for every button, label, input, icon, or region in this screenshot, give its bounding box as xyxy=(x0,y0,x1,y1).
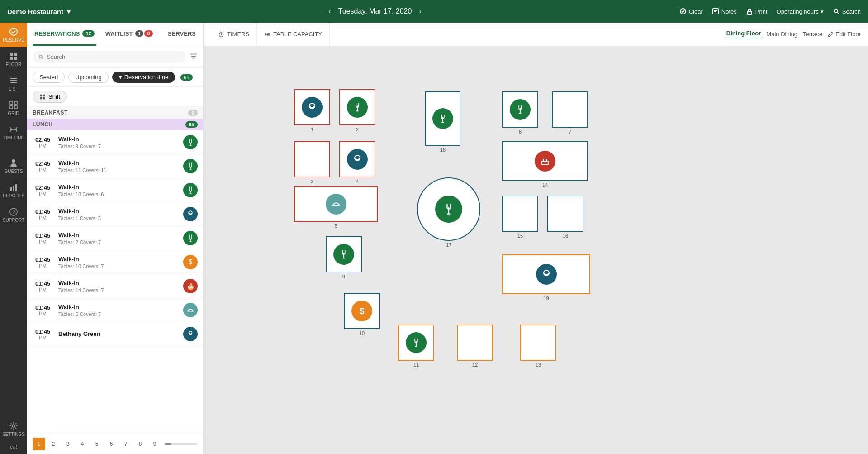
svg-point-36 xyxy=(543,159,544,160)
tab-table-capacity[interactable]: TABLE CAPACITY xyxy=(257,23,330,46)
floor-terrace[interactable]: Terrace xyxy=(803,31,822,38)
sidebar-item-list[interactable]: LIST xyxy=(0,72,27,96)
table-row[interactable]: 01:45 PM Bethany Green xyxy=(27,322,203,346)
tab-reservations[interactable]: RESERVATIONS 12 xyxy=(33,23,96,46)
page-btn-6[interactable]: 6 xyxy=(105,438,118,450)
search-button[interactable]: Search xyxy=(833,8,861,15)
operating-hours-button[interactable]: Operating hours ▾ xyxy=(777,8,824,15)
res-icon xyxy=(183,303,198,317)
sidebar-item-floor[interactable]: FLOOR xyxy=(0,47,27,72)
table-7[interactable]: 7 xyxy=(552,91,588,134)
chip-upcoming[interactable]: Upcoming xyxy=(68,72,109,83)
table-row[interactable]: 02:45 PM Walk-in Tables: 11 Covers: 11 xyxy=(27,154,203,178)
res-icon xyxy=(183,135,198,149)
table-row[interactable]: 01:45 PM Walk-in Tables: 14 Covers: 7 🎂 xyxy=(27,274,203,298)
shift-button[interactable]: Shift xyxy=(33,91,67,103)
sidebar-item-reports[interactable]: REPORTS xyxy=(0,178,27,203)
waitlist-badge-num: 1 xyxy=(135,30,143,37)
top-bar: Demo Restaurant ▾ ‹ Tuesday, Mar 17, 202… xyxy=(0,0,868,23)
restaurant-selector[interactable]: Demo Restaurant ▾ xyxy=(7,7,71,16)
res-time: 01:45 PM xyxy=(33,232,53,244)
section-breakfast: BREAKFAST 0 xyxy=(27,107,203,119)
pagination: 1 2 3 4 5 6 7 8 9 xyxy=(27,434,203,454)
table-10[interactable]: $ 10 xyxy=(344,293,380,336)
table-row[interactable]: 02:45 PM Walk-in Tables: 9 Covers: 7 xyxy=(27,130,203,154)
page-btn-5[interactable]: 5 xyxy=(90,438,103,450)
sidebar-label-reports: REPORTS xyxy=(3,193,24,198)
restaurant-name: Demo Restaurant xyxy=(7,8,63,15)
res-time: 01:45 PM xyxy=(33,280,53,292)
table-11[interactable]: 11 xyxy=(398,325,434,368)
sidebar-item-guests[interactable]: GUESTS xyxy=(0,154,27,178)
main-layout: RESERVE FLOOR LIST GRID TIMELINE GUESTS … xyxy=(0,23,868,454)
res-details: Walk-in Tables: 18 Covers: 6 xyxy=(58,184,178,197)
search-input-wrap[interactable] xyxy=(33,51,186,63)
table-15[interactable]: 15 xyxy=(502,196,538,239)
side-nav: RESERVE FLOOR LIST GRID TIMELINE GUESTS … xyxy=(0,23,27,454)
table-19[interactable]: 19 xyxy=(502,254,590,301)
tab-table-capacity-label: TABLE CAPACITY xyxy=(273,31,322,38)
next-date-icon[interactable]: › xyxy=(419,7,421,15)
page-btn-8[interactable]: 8 xyxy=(134,438,147,450)
restaurant-chevron-icon[interactable]: ▾ xyxy=(67,7,71,16)
sidebar-item-grid[interactable]: GRID xyxy=(0,96,27,120)
table-row[interactable]: 02:45 PM Walk-in Tables: 18 Covers: 6 xyxy=(27,178,203,202)
chip-reservation-time[interactable]: ▾ Reservation time xyxy=(112,72,175,83)
section-lunch-label: LUNCH xyxy=(33,121,53,128)
page-btn-9[interactable]: 9 xyxy=(148,438,161,450)
table-12[interactable]: 12 xyxy=(457,325,493,368)
table-5[interactable]: 5 xyxy=(294,186,378,229)
tab-servers[interactable]: SERVERS xyxy=(166,23,198,46)
svg-rect-12 xyxy=(10,106,13,109)
sidebar-label-reserve: RESERVE xyxy=(3,38,24,43)
edit-floor-button[interactable]: Edit Floor xyxy=(828,31,861,38)
svg-rect-8 xyxy=(10,57,13,60)
prev-date-icon[interactable]: ‹ xyxy=(328,7,331,15)
table-9[interactable]: 9 xyxy=(326,236,362,279)
tab-waitlist[interactable]: WAITLIST 1 0 xyxy=(104,23,155,46)
sidebar-item-reserve[interactable]: RESERVE xyxy=(0,23,27,47)
floor-main-dining[interactable]: Main Dining xyxy=(766,31,797,38)
table-row[interactable]: 01:45 PM Walk-in Tables: 5 Covers: 7 xyxy=(27,298,203,322)
clear-button[interactable]: Clear xyxy=(679,8,703,15)
table-1[interactable]: 1 xyxy=(294,89,330,132)
svg-rect-3 xyxy=(748,13,751,13)
table-row[interactable]: 01:45 PM Walk-in Tables: 1 Covers: 5 xyxy=(27,202,203,226)
floor-dining[interactable]: Dining Floor xyxy=(726,30,761,38)
chip-seated[interactable]: Seated xyxy=(33,72,65,83)
res-details: Walk-in Tables: 10 Covers: 7 xyxy=(58,256,178,269)
svg-rect-11 xyxy=(14,101,17,104)
tab-timers[interactable]: TIMERS xyxy=(211,23,257,46)
notes-button[interactable]: Notes xyxy=(712,8,737,15)
table-13[interactable]: 13 xyxy=(520,325,556,368)
table-row[interactable]: 01:45 PM Walk-in Tables: 2 Covers: 7 xyxy=(27,226,203,250)
print-button[interactable]: Print xyxy=(746,8,768,15)
page-btn-1[interactable]: 1 xyxy=(33,438,45,450)
reservations-panel: RESERVATIONS 12 WAITLIST 1 0 SERVERS xyxy=(27,23,204,454)
page-btn-7[interactable]: 7 xyxy=(119,438,132,450)
table-2[interactable]: 2 xyxy=(339,89,375,132)
page-btn-4[interactable]: 4 xyxy=(76,438,89,450)
table-3[interactable]: 3 xyxy=(294,141,330,184)
table-14[interactable]: 14 xyxy=(502,141,588,188)
page-btn-2[interactable]: 2 xyxy=(47,438,60,450)
sidebar-item-timeline[interactable]: TIMELINE xyxy=(0,120,27,145)
table-8[interactable]: 8 xyxy=(502,91,538,134)
shift-label: Shift xyxy=(48,93,60,100)
section-lunch-badge: 65 xyxy=(185,121,198,128)
sidebar-label-settings: SETTINGS xyxy=(2,432,25,437)
table-row[interactable]: 01:45 PM Walk-in Tables: 10 Covers: 7 $ xyxy=(27,250,203,274)
sidebar-item-support[interactable]: SUPPORT xyxy=(0,203,27,227)
res-time: 02:45 PM xyxy=(33,160,53,172)
svg-rect-14 xyxy=(10,187,12,191)
res-time: 02:45 PM xyxy=(33,184,53,196)
table-16[interactable]: 16 xyxy=(547,196,583,239)
page-btn-3[interactable]: 3 xyxy=(62,438,74,450)
table-17[interactable]: 17 xyxy=(417,177,480,248)
sidebar-item-settings[interactable]: SETTINGS xyxy=(0,417,27,441)
svg-rect-16 xyxy=(15,184,17,191)
table-18[interactable]: 18 xyxy=(425,91,460,153)
table-4[interactable]: 4 xyxy=(339,141,375,184)
filter-icon[interactable] xyxy=(190,52,198,62)
search-input[interactable] xyxy=(47,53,180,60)
